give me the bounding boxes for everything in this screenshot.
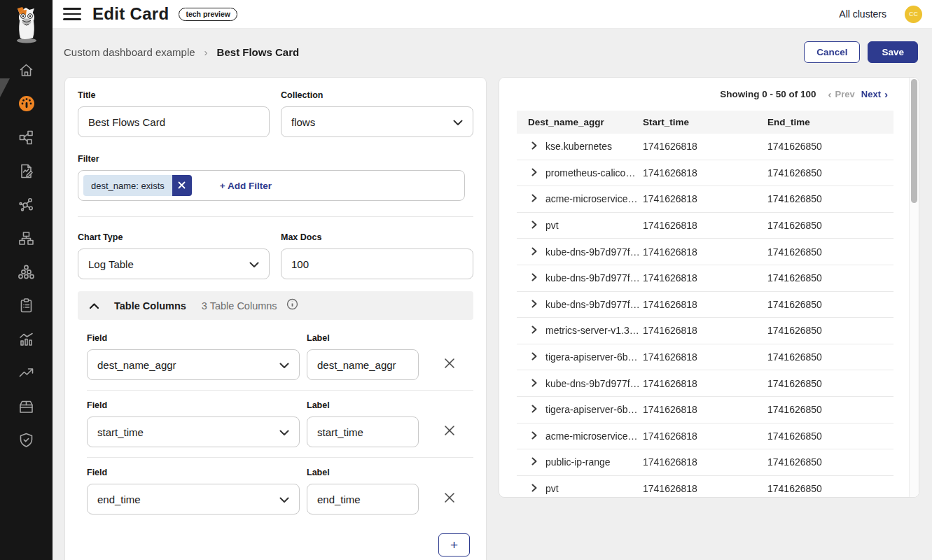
title-label: Title xyxy=(78,90,270,100)
row-expand-chevron-icon[interactable] xyxy=(531,404,537,415)
sidebar-item-network-topology[interactable] xyxy=(0,223,53,256)
start-time-cell: 1741626818 xyxy=(643,167,767,178)
sidebar-item-service-graph[interactable] xyxy=(0,189,53,223)
tech-preview-badge: tech preview xyxy=(179,8,237,21)
sidebar-item-clusters[interactable] xyxy=(0,256,53,290)
cluster-selector[interactable]: All clusters xyxy=(839,8,886,20)
dest-name-cell: kube-dns-9b7d977f… xyxy=(545,299,640,310)
label-input[interactable] xyxy=(307,349,419,380)
preview-scrollbar-track[interactable] xyxy=(909,78,919,497)
title-input[interactable] xyxy=(78,106,270,137)
collapse-chevron-up-icon[interactable] xyxy=(89,300,99,312)
add-column-button[interactable]: + xyxy=(438,533,470,556)
filter-chip: dest_name: exists xyxy=(83,175,192,196)
row-expand-chevron-icon[interactable] xyxy=(531,483,537,494)
table-row[interactable]: public-ip-range 1741626818 1741626850 xyxy=(517,449,893,476)
next-page-button[interactable]: Next › xyxy=(861,89,888,99)
network-tree-icon xyxy=(18,230,34,249)
table-row[interactable]: acme-microservice… 1741626818 1741626850 xyxy=(517,424,893,450)
add-filter-button[interactable]: + Add Filter xyxy=(220,181,272,191)
pagination-bar: Showing 0 - 50 of 100 ‹ Prev Next › xyxy=(499,78,919,111)
row-expand-chevron-icon[interactable] xyxy=(531,167,537,178)
table-row[interactable]: tigera-apiserver-6b… 1741626818 17416268… xyxy=(517,344,893,371)
field-select[interactable]: start_time xyxy=(87,416,300,447)
label-input[interactable] xyxy=(307,416,419,447)
row-expand-chevron-icon[interactable] xyxy=(531,220,537,231)
clipboard-icon xyxy=(18,298,34,316)
row-expand-chevron-icon[interactable] xyxy=(531,299,537,310)
preview-scrollbar-thumb[interactable] xyxy=(911,79,917,203)
sidebar-item-security[interactable] xyxy=(0,424,53,458)
max-docs-input[interactable] xyxy=(281,248,473,279)
table-row[interactable]: acme-microservice… 1741626818 1741626850 xyxy=(517,186,893,213)
end-time-cell: 1741626850 xyxy=(767,220,893,231)
dest-name-cell: kube-dns-9b7d977f… xyxy=(545,378,640,389)
breadcrumb-parent[interactable]: Custom dashboard example xyxy=(64,46,195,58)
table-row[interactable]: metrics-server-v1.3… 1741626818 17416268… xyxy=(517,318,893,344)
start-time-cell: 1741626818 xyxy=(643,483,767,494)
stats-chart-icon xyxy=(18,331,34,350)
row-expand-chevron-icon[interactable] xyxy=(531,246,537,258)
row-expand-chevron-icon[interactable] xyxy=(531,430,537,442)
dest-name-cell: public-ip-range xyxy=(545,456,611,468)
table-columns-section-header[interactable]: Table Columns 3 Table Columns xyxy=(78,291,473,320)
row-expand-chevron-icon[interactable] xyxy=(531,378,537,389)
remove-filter-button[interactable] xyxy=(172,175,192,196)
row-expand-chevron-icon[interactable] xyxy=(531,141,537,152)
end-time-cell: 1741626850 xyxy=(767,167,893,178)
save-button[interactable]: Save xyxy=(868,41,918,63)
sidebar-item-compliance-reports[interactable] xyxy=(0,290,53,323)
table-body: kse.kubernetes 1741626818 1741626850 pro… xyxy=(517,134,893,498)
filter-label: Filter xyxy=(78,154,473,164)
cancel-button[interactable]: Cancel xyxy=(804,41,860,63)
remove-column-button[interactable] xyxy=(426,333,473,380)
sidebar-item-packages[interactable] xyxy=(0,391,53,424)
table-row[interactable]: kube-dns-9b7d977f… 1741626818 1741626850 xyxy=(517,265,893,292)
label-input[interactable] xyxy=(307,484,419,514)
preview-table: Dest_name_aggr Start_time End_time kse.k… xyxy=(517,111,893,498)
chevron-down-icon xyxy=(279,426,289,438)
sidebar-item-network-flows[interactable] xyxy=(0,122,53,155)
field-label: Field xyxy=(87,400,300,410)
filter-box[interactable]: dest_name: exists + Add Filter xyxy=(78,170,465,201)
start-time-cell: 1741626818 xyxy=(643,351,767,363)
row-expand-chevron-icon[interactable] xyxy=(531,272,537,284)
max-docs-label: Max Docs xyxy=(281,232,473,242)
end-time-cell: 1741626850 xyxy=(767,378,893,389)
row-expand-chevron-icon[interactable] xyxy=(531,193,537,204)
table-row[interactable]: tigera-apiserver-6b… 1741626818 17416268… xyxy=(517,397,893,424)
hamburger-menu-icon[interactable] xyxy=(63,8,81,20)
sidebar-item-policies[interactable] xyxy=(0,155,53,189)
field-select[interactable]: dest_name_aggr xyxy=(87,349,300,380)
policy-document-icon xyxy=(18,163,34,182)
remove-column-button[interactable] xyxy=(426,468,473,514)
sidebar-item-statistics[interactable] xyxy=(0,323,53,357)
row-expand-chevron-icon[interactable] xyxy=(531,456,537,468)
table-row[interactable]: pvt 1741626818 1741626850 xyxy=(517,213,893,239)
chart-type-label: Chart Type xyxy=(78,232,270,242)
table-row[interactable]: pvt 1741626818 1741626850 xyxy=(517,476,893,498)
field-select[interactable]: end_time xyxy=(87,484,300,514)
filter-chip-text: dest_name: exists xyxy=(83,175,172,196)
info-icon[interactable] xyxy=(286,298,298,313)
table-row[interactable]: kse.kubernetes 1741626818 1741626850 xyxy=(517,134,893,160)
column-header: Dest_name_aggr xyxy=(517,117,643,127)
collection-select[interactable]: flows xyxy=(281,106,473,137)
chart-type-select[interactable]: Log Table xyxy=(78,248,270,279)
row-expand-chevron-icon[interactable] xyxy=(531,351,537,363)
table-row[interactable]: kube-dns-9b7d977f… 1741626818 1741626850 xyxy=(517,370,893,397)
start-time-cell: 1741626818 xyxy=(643,299,767,310)
table-row[interactable]: kube-dns-9b7d977f… 1741626818 1741626850 xyxy=(517,239,893,265)
table-row[interactable]: prometheus-calico… 1741626818 1741626850 xyxy=(517,160,893,187)
start-time-cell: 1741626818 xyxy=(643,456,767,468)
chevron-down-icon xyxy=(453,116,463,128)
prev-page-button[interactable]: ‹ Prev xyxy=(828,89,855,99)
close-icon xyxy=(444,492,455,506)
row-expand-chevron-icon[interactable] xyxy=(531,325,537,336)
dest-name-cell: kse.kubernetes xyxy=(545,141,612,152)
avatar[interactable]: CC xyxy=(905,6,922,23)
remove-column-button[interactable] xyxy=(426,400,473,447)
table-row[interactable]: kube-dns-9b7d977f… 1741626818 1741626850 xyxy=(517,292,893,318)
sidebar-item-trends[interactable] xyxy=(0,357,53,391)
start-time-cell: 1741626818 xyxy=(643,430,767,442)
